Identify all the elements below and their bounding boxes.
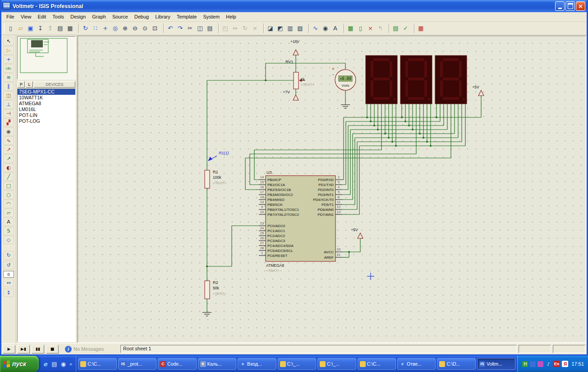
wire[interactable] bbox=[207, 226, 259, 266]
power-terminal-7v[interactable] bbox=[293, 95, 299, 100]
r1-body[interactable] bbox=[205, 170, 210, 188]
taskbar-window-c-c-[interactable]: C:\C... bbox=[78, 358, 116, 370]
yandex-tray-icon[interactable]: Я bbox=[562, 361, 568, 367]
quick-launch-overflow-icon[interactable]: » bbox=[69, 361, 73, 367]
stop-button[interactable]: ■ bbox=[46, 345, 59, 353]
design-explorer-button[interactable]: ▦ bbox=[346, 23, 355, 33]
wire[interactable] bbox=[342, 117, 344, 180]
overview-minimap[interactable] bbox=[17, 36, 76, 79]
new-sheet-button[interactable]: ▯ bbox=[356, 23, 365, 33]
taskbar-window-voltm-[interactable]: ISVoltm... bbox=[477, 358, 515, 370]
menu-edit[interactable]: Edit bbox=[34, 13, 49, 20]
print-button[interactable]: ▤ bbox=[55, 23, 65, 33]
undo-button[interactable]: ↶ bbox=[165, 23, 175, 33]
power-terminal-16v[interactable] bbox=[293, 50, 299, 55]
circle-2d-button[interactable]: ○ bbox=[3, 191, 14, 199]
titlebar[interactable]: ISIS Voltmetr - ISIS Professional × bbox=[1, 0, 587, 12]
device-item-7seg-mpx1-cc[interactable]: 7SEG-MPX1-CC bbox=[18, 89, 75, 95]
rotate-clockwise-button[interactable]: ↻ bbox=[3, 251, 14, 260]
step-button[interactable]: ▶▮ bbox=[17, 345, 30, 353]
device-item-atmega8[interactable]: ATMEGA8 bbox=[18, 101, 75, 107]
internet-explorer-icon[interactable]: e bbox=[41, 360, 49, 368]
zoom-area-button[interactable]: ⊡ bbox=[150, 23, 160, 33]
menu-tools[interactable]: Tools bbox=[49, 13, 67, 20]
new-file-button[interactable]: ▯ bbox=[6, 23, 15, 33]
taskbar-window--prot-[interactable]: IS_prot... bbox=[118, 358, 156, 370]
r2-body[interactable] bbox=[205, 281, 210, 299]
device-item-pot-log[interactable]: POT-LOG bbox=[18, 118, 75, 124]
save-button[interactable]: ▣ bbox=[26, 23, 35, 33]
start-button[interactable]: пуск bbox=[0, 356, 39, 372]
electrical-rule-check-button[interactable]: ✓ bbox=[401, 23, 410, 33]
root-sheet-field[interactable]: Root sheet 1 bbox=[120, 345, 517, 353]
block-rotate-button[interactable]: ↻ bbox=[240, 23, 250, 33]
wire[interactable] bbox=[342, 146, 359, 214]
zoom-out-button[interactable]: ⊖ bbox=[130, 23, 140, 33]
open-folder-button[interactable]: ▱ bbox=[16, 23, 25, 33]
tape-recorder-mode-button[interactable]: ◉ bbox=[3, 127, 14, 136]
copy-button[interactable]: ◫ bbox=[195, 23, 205, 33]
exit-to-parent-button[interactable]: ↰ bbox=[376, 23, 385, 33]
subcircuit-mode-button[interactable]: ◫ bbox=[3, 91, 14, 100]
wire[interactable] bbox=[349, 238, 360, 252]
taskbar-window-отве-[interactable]: eОтве... bbox=[397, 358, 436, 370]
menu-library[interactable]: Library bbox=[152, 13, 174, 20]
mirror-vertical-button[interactable]: ↕ bbox=[3, 288, 14, 297]
clock[interactable]: 17:51 bbox=[571, 361, 584, 367]
menu-debug[interactable]: Debug bbox=[131, 13, 152, 20]
search-tag-button[interactable]: ◉ bbox=[321, 23, 330, 33]
messenger-icon[interactable] bbox=[537, 361, 543, 367]
wire[interactable] bbox=[342, 126, 348, 190]
text-2d-button[interactable]: A bbox=[3, 218, 14, 226]
power-terminal-5v-avcc[interactable] bbox=[358, 233, 363, 238]
mirror-horizontal-button[interactable]: ↔ bbox=[3, 279, 14, 287]
pause-button[interactable]: ▮▮ bbox=[32, 345, 44, 353]
menu-view[interactable]: View bbox=[18, 13, 35, 20]
buses-mode-button[interactable]: ∥ bbox=[3, 82, 14, 91]
taskbar-window-code-[interactable]: CCode... bbox=[158, 358, 196, 370]
wire[interactable] bbox=[250, 104, 416, 185]
device-item-pot-lin[interactable]: POT-LIN bbox=[18, 112, 75, 118]
pick-devices-button[interactable]: P bbox=[18, 81, 25, 88]
taskbar-window-c-c-[interactable]: C:\C... bbox=[358, 358, 396, 370]
device-item-10watt1k[interactable]: 10WATT1K bbox=[18, 95, 75, 101]
export-section-button[interactable]: ↥ bbox=[46, 23, 55, 33]
path-2d-button[interactable]: ▱ bbox=[3, 209, 14, 217]
zoom-all-button[interactable]: ⊙ bbox=[140, 23, 150, 33]
wire[interactable] bbox=[342, 121, 346, 185]
power-terminal-5v-top[interactable] bbox=[478, 90, 484, 96]
generator-mode-button[interactable]: ∿ bbox=[3, 136, 14, 145]
zoom-in-button[interactable]: ⊕ bbox=[120, 23, 130, 33]
device-item-lm016l[interactable]: LM016L bbox=[18, 107, 75, 112]
junction-dot-mode-button[interactable]: + bbox=[3, 55, 14, 64]
redo-button[interactable]: ↷ bbox=[175, 23, 185, 33]
taskbar-window-вход-[interactable]: eВход... bbox=[238, 358, 276, 370]
taskbar-window-c-[interactable]: C:\_... bbox=[278, 358, 316, 370]
play-button[interactable]: ▶ bbox=[3, 345, 15, 353]
terminals-mode-button[interactable]: ⊥ bbox=[3, 100, 14, 109]
block-delete-button[interactable]: × bbox=[250, 23, 260, 33]
toggle-false-origin-button[interactable]: + bbox=[101, 23, 110, 33]
rotation-angle-field[interactable]: 0 bbox=[3, 271, 14, 278]
agent-icon[interactable]: H bbox=[522, 361, 528, 367]
show-desktop-icon[interactable]: ▤ bbox=[51, 360, 58, 368]
line-2d-button[interactable]: ╱ bbox=[3, 172, 14, 181]
graph-mode-button[interactable]: ▞ bbox=[3, 118, 14, 127]
network-icon[interactable] bbox=[530, 361, 536, 367]
menu-help[interactable]: Help bbox=[223, 13, 239, 20]
menu-design[interactable]: Design bbox=[67, 13, 89, 20]
packaging-tool-button[interactable]: ▥ bbox=[285, 23, 295, 33]
bill-of-materials-button[interactable]: ▤ bbox=[391, 23, 400, 33]
box-2d-button[interactable]: □ bbox=[3, 181, 14, 190]
minimize-button[interactable] bbox=[555, 1, 565, 11]
block-move-button[interactable]: ↔ bbox=[230, 23, 240, 33]
mark-output-area-button[interactable]: ▦ bbox=[65, 23, 75, 33]
import-section-button[interactable]: ↧ bbox=[36, 23, 45, 33]
selection-mode-button[interactable]: ↖ bbox=[3, 37, 14, 46]
rv1-body[interactable] bbox=[294, 72, 299, 89]
restore-button[interactable] bbox=[565, 1, 575, 11]
markers-2d-button[interactable]: ◇ bbox=[3, 236, 14, 244]
virtual-instruments-mode-button[interactable]: ◐ bbox=[3, 163, 14, 172]
taskbar-window-каль-[interactable]: ККаль... bbox=[198, 358, 236, 370]
menu-system[interactable]: System bbox=[200, 13, 223, 20]
